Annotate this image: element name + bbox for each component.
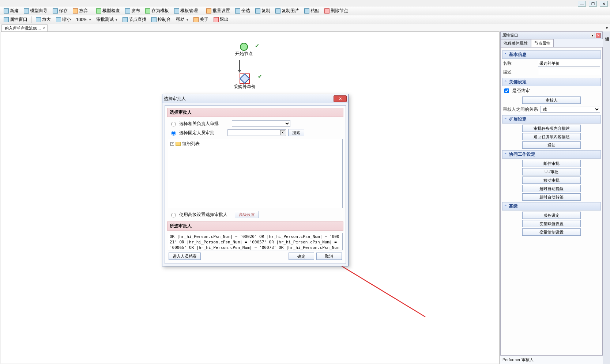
ok-button[interactable]: 确定 [289, 253, 314, 260]
section-extend[interactable]: ⌃扩展设定 [502, 115, 601, 124]
delete-icon [324, 8, 330, 14]
about-button[interactable]: 关于 [191, 16, 211, 23]
template-manage-button[interactable]: 模板管理 [172, 7, 200, 15]
relation-label: 审核人之间的关系 [503, 106, 538, 113]
cancel-button[interactable]: 取消 [316, 253, 342, 260]
document-tab-close-icon[interactable]: × [42, 26, 45, 30]
approval-test-label: 审批测试 [96, 16, 114, 23]
copy-image-label: 复制图片 [282, 8, 299, 14]
document-tab[interactable]: 购入库单审批流08... × [1, 24, 48, 32]
zoom-out-icon [56, 17, 61, 22]
section-key[interactable]: ⌃关键设定 [502, 78, 601, 86]
timeout-forward-button[interactable]: 超时自动转签 [522, 193, 581, 201]
advanced-radio[interactable] [171, 213, 176, 217]
help-button[interactable]: 帮助 [174, 16, 191, 23]
wizard-button[interactable]: 模型向导 [22, 7, 50, 15]
selected-approver-section: 所选审批人 [167, 221, 343, 231]
zoom-out-button[interactable]: 缩小 [54, 16, 73, 23]
zoom-in-label: 放大 [42, 16, 51, 23]
select-all-button[interactable]: 全选 [233, 7, 252, 15]
template-manage-label: 模板管理 [180, 8, 198, 14]
zoom-percent-label: 100% [76, 17, 87, 22]
selected-expression-box[interactable]: OR |hr_hi_Person.cPsn_Num| = '00020' OR … [168, 233, 343, 250]
property-window-label: 属性窗口 [10, 16, 27, 23]
section-advanced[interactable]: ⌃高级 [502, 202, 601, 211]
section-basic[interactable]: ⌃基本信息 [502, 50, 601, 59]
window-minimize-button[interactable]: — [578, 1, 586, 7]
console-button[interactable]: 控制台 [149, 16, 173, 23]
person-search-input[interactable] [227, 129, 286, 136]
mail-approval-button[interactable]: 邮件审批 [522, 160, 581, 167]
model-check-button[interactable]: 模型检查 [94, 7, 122, 15]
window-restore-button[interactable]: ❐ [589, 1, 597, 7]
notify-button[interactable]: 通知 [522, 141, 581, 149]
abandon-icon [73, 8, 78, 14]
save-template-button[interactable]: 存为模板 [143, 7, 171, 15]
service-settings-button[interactable]: 服务设定 [522, 212, 581, 219]
clear-search-icon[interactable]: ✕ [280, 130, 285, 135]
model-check-label: 模型检查 [102, 8, 120, 14]
workflow-canvas[interactable]: ✔ 开始节点 ✔ 采购补单价 选择审批人 [1, 31, 500, 364]
tab-node-properties[interactable]: 节点属性 [531, 39, 554, 47]
property-window-title: 属性窗口 [502, 33, 518, 38]
relation-select[interactable]: 或 [540, 106, 600, 113]
fixed-person-radio[interactable] [171, 131, 176, 136]
advanced-settings-button[interactable]: 高级设置 [235, 211, 259, 218]
property-window-button[interactable]: 属性窗口 [1, 16, 30, 23]
check-icon: ✔ [255, 43, 259, 49]
delete-node-button[interactable]: 删除节点 [322, 7, 350, 15]
new-button[interactable]: 新建 [1, 7, 21, 15]
paste-button[interactable]: 粘贴 [302, 7, 321, 15]
related-person-select[interactable] [232, 120, 290, 127]
final-approval-checkbox[interactable] [504, 88, 509, 93]
node-desc-input[interactable] [538, 69, 600, 75]
variable-assign-button[interactable]: 变量赋值设置 [522, 220, 581, 227]
flow-task-node[interactable]: ✔ 采购补单价 [234, 73, 256, 90]
org-tree[interactable]: + 组织列表 [168, 139, 343, 208]
section-advanced-label: 高级 [509, 203, 518, 209]
zoom-percent-dropdown[interactable]: 100% [74, 16, 93, 23]
chevron-up-icon: ⌃ [504, 117, 507, 121]
property-close-icon[interactable]: ✕ [596, 33, 601, 38]
property-pin-icon[interactable]: ▾ [590, 33, 595, 38]
error-panel-tab[interactable]: 错误描述 [603, 31, 610, 364]
choose-approver-section: 选择审批人 [167, 108, 343, 117]
tab-flow-properties[interactable]: 流程整体属性 [500, 39, 531, 47]
copy-image-button[interactable]: 复制图片 [273, 7, 301, 15]
zoom-out-label: 缩小 [62, 16, 71, 23]
mobile-approval-button[interactable]: 移动审批 [522, 177, 581, 184]
abandon-button[interactable]: 放弃 [71, 7, 90, 15]
save-button[interactable]: 保存 [50, 7, 70, 15]
task-desc-button[interactable]: 审批任务项内容描述 [522, 125, 581, 132]
search-button[interactable]: 搜索 [288, 129, 304, 136]
batch-icon [206, 8, 211, 14]
related-person-label: 选择相关负责人审批 [179, 121, 219, 127]
flow-start-node[interactable]: ✔ 开始节点 [235, 43, 253, 57]
batch-settings-label: 批量设置 [212, 8, 230, 14]
node-find-label: 节点查找 [129, 16, 146, 23]
approver-button[interactable]: 审核人 [522, 96, 581, 104]
node-find-button[interactable]: 节点查找 [120, 16, 148, 23]
publish-button[interactable]: 发布 [123, 7, 142, 15]
expand-icon[interactable]: + [170, 142, 174, 146]
exit-button[interactable]: 退出 [211, 16, 231, 23]
variable-copy-button[interactable]: 变量复制设置 [522, 228, 581, 236]
tree-root-item[interactable]: + 组织列表 [170, 141, 340, 147]
related-person-radio[interactable] [171, 122, 176, 126]
window-close-button[interactable]: ✕ [600, 1, 608, 7]
paste-label: 粘贴 [310, 8, 319, 14]
zoom-in-button[interactable]: 放大 [34, 16, 53, 23]
timeout-remind-button[interactable]: 超时自动提醒 [522, 185, 581, 192]
section-collaborate[interactable]: ⌃协同工作设定 [502, 150, 601, 159]
copy-button[interactable]: 复制 [253, 7, 272, 15]
enter-person-archive-button[interactable]: 进入人员档案 [169, 253, 201, 260]
uu-approval-button[interactable]: UU审批 [522, 168, 581, 175]
return-desc-button[interactable]: 退回任务项内容描述 [522, 133, 581, 140]
approval-test-button[interactable]: 审批测试 [94, 16, 120, 23]
dialog-close-button[interactable]: ✕ [334, 95, 347, 102]
flow-connector [239, 60, 240, 71]
batch-settings-button[interactable]: 批量设置 [204, 7, 232, 15]
tab-overflow-button[interactable]: ▾ [606, 26, 608, 30]
node-name-input[interactable] [538, 60, 600, 67]
dialog-title: 选择审批人 [164, 96, 186, 102]
